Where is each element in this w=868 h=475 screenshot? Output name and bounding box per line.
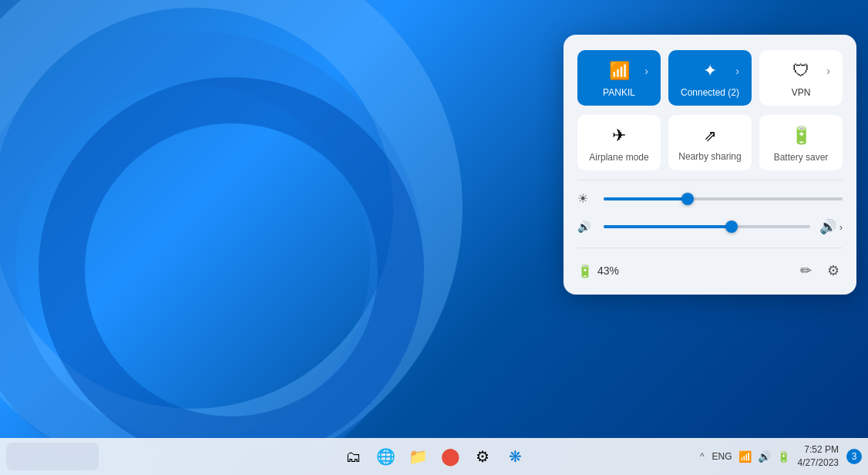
open-settings-button[interactable]: ⚙ [824, 259, 843, 282]
file-explorer-icon: 🗂 [345, 448, 361, 466]
nearby-tile-inner: ⇗ [675, 126, 745, 145]
app6-icon: ❋ [509, 447, 522, 466]
taskbar-icon-settings[interactable]: ⚙ [467, 441, 498, 472]
notification-count: 3 [852, 451, 857, 462]
brightness-slider[interactable] [604, 197, 843, 200]
volume-device-icon: 🔊 [819, 218, 836, 235]
volume-icon: 🔊 [577, 221, 594, 233]
tray-lang-label: ENG [712, 451, 732, 462]
brightness-fill [604, 197, 688, 200]
divider-2 [577, 248, 843, 248]
brightness-thumb[interactable] [681, 193, 694, 205]
bluetooth-arrow-icon[interactable]: › [735, 65, 739, 77]
nearby-sharing-icon: ⇗ [704, 126, 717, 145]
battery-saver-tile[interactable]: 🔋 Battery saver [759, 115, 843, 170]
start-button-area[interactable] [6, 443, 99, 470]
tray-battery-icon[interactable]: 🔋 [777, 450, 790, 463]
brightness-row: ☀ [577, 191, 843, 206]
nearby-sharing-tile[interactable]: ⇗ Nearby sharing [668, 115, 752, 170]
airplane-tile-inner: ✈ [584, 126, 654, 146]
quick-settings-actions: ✏ ⚙ [797, 259, 843, 282]
volume-thumb[interactable] [725, 221, 738, 233]
notification-center-button[interactable]: 3 [846, 449, 862, 464]
wifi-tile-inner: 📶 › [584, 61, 654, 81]
divider-1 [577, 180, 843, 180]
taskbar-icon-chrome[interactable]: 🌐 [370, 441, 401, 472]
app4-icon: ⬤ [441, 446, 460, 467]
volume-slider[interactable] [604, 225, 810, 228]
taskbar-right: ^ ENG 📶 🔊 🔋 7:52 PM 4/27/2023 3 [700, 443, 862, 470]
battery-percent: 43% [597, 264, 619, 277]
bluetooth-icon: ✦ [703, 61, 717, 81]
settings-icon: ⚙ [476, 447, 490, 466]
vpn-arrow-icon[interactable]: › [826, 65, 830, 77]
taskbar-icon-app4[interactable]: ⬤ [435, 441, 466, 472]
tray-wifi-icon[interactable]: 📶 [738, 450, 752, 463]
system-clock[interactable]: 7:52 PM 4/27/2023 [798, 443, 839, 470]
volume-fill [604, 225, 732, 228]
wifi-arrow-icon[interactable]: › [644, 65, 648, 77]
wifi-tile[interactable]: 📶 › PANKIL [577, 50, 661, 106]
vpn-tile[interactable]: 🛡 › VPN [759, 50, 843, 106]
taskbar-left [6, 443, 99, 470]
wifi-icon: 📶 [609, 61, 630, 81]
airplane-mode-tile[interactable]: ✈ Airplane mode [577, 115, 661, 170]
battery-icon: 🔋 [577, 264, 593, 278]
tray-sound-icon[interactable]: 🔊 [758, 450, 771, 463]
edit-quick-settings-button[interactable]: ✏ [797, 259, 815, 282]
quick-settings-bottom: 🔋 43% ✏ ⚙ [577, 259, 843, 282]
tray-icons: ENG 📶 🔊 🔋 [712, 450, 790, 463]
quick-settings-row-2: ✈ Airplane mode ⇗ Nearby sharing 🔋 Batte… [577, 115, 843, 170]
quick-settings-panel: 📶 › PANKIL ✦ › Connected (2) 🛡 › VPN [564, 35, 856, 295]
bluetooth-tile[interactable]: ✦ › Connected (2) [668, 50, 752, 106]
taskbar: 🗂 🌐 📁 ⬤ ⚙ ❋ ^ ENG 📶 🔊 [0, 438, 868, 475]
chrome-icon: 🌐 [376, 447, 395, 466]
volume-row: 🔊 🔊 › [577, 218, 843, 235]
taskbar-icon-app6[interactable]: ❋ [500, 441, 530, 472]
airplane-label: Airplane mode [589, 152, 648, 163]
clock-date: 4/27/2023 [798, 456, 839, 470]
battery-saver-tile-inner: 🔋 [765, 126, 836, 146]
wifi-label: PANKIL [603, 87, 635, 98]
quick-settings-row-1: 📶 › PANKIL ✦ › Connected (2) 🛡 › VPN [577, 50, 843, 106]
bluetooth-label: Connected (2) [681, 87, 739, 98]
taskbar-center: 🗂 🌐 📁 ⬤ ⚙ ❋ [338, 441, 530, 472]
battery-info: 🔋 43% [577, 264, 619, 278]
desktop-wallpaper [0, 0, 493, 447]
vpn-tile-inner: 🛡 › [765, 61, 836, 81]
nearby-sharing-label: Nearby sharing [678, 151, 741, 162]
volume-device[interactable]: 🔊 › [819, 218, 843, 235]
brightness-icon: ☀ [577, 191, 594, 206]
desktop: 📶 › PANKIL ✦ › Connected (2) 🛡 › VPN [0, 0, 868, 475]
folder-icon: 📁 [409, 447, 428, 466]
vpn-icon: 🛡 [792, 61, 809, 81]
taskbar-icon-file-explorer[interactable]: 🗂 [338, 441, 368, 472]
taskbar-icon-folder[interactable]: 📁 [402, 441, 433, 472]
battery-saver-label: Battery saver [774, 152, 829, 163]
vpn-label: VPN [792, 87, 811, 98]
system-tray-expand-button[interactable]: ^ [700, 451, 705, 462]
clock-time: 7:52 PM [798, 443, 839, 456]
volume-device-arrow[interactable]: › [839, 221, 843, 233]
battery-saver-icon: 🔋 [791, 126, 812, 146]
airplane-icon: ✈ [612, 126, 626, 146]
bluetooth-tile-inner: ✦ › [675, 61, 745, 81]
